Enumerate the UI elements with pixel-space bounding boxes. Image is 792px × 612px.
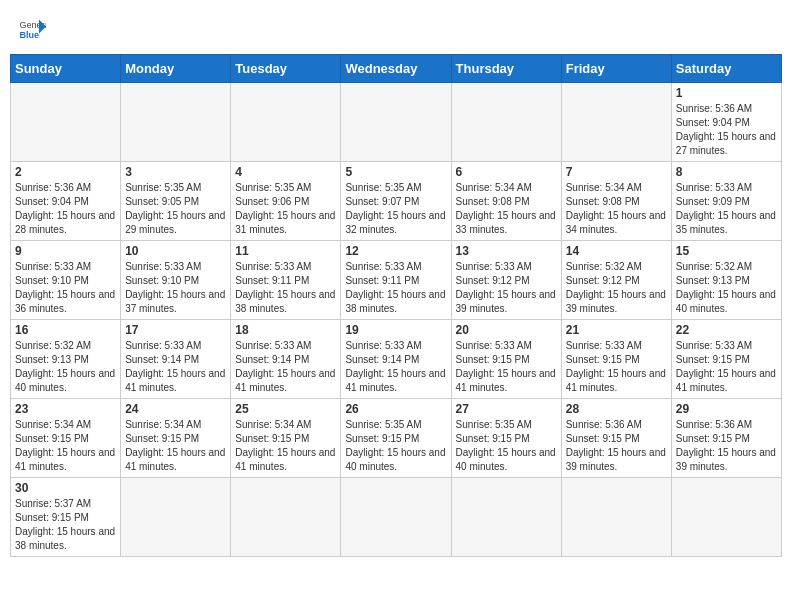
calendar-cell: 29Sunrise: 5:36 AM Sunset: 9:15 PM Dayli… xyxy=(671,399,781,478)
day-info: Sunrise: 5:34 AM Sunset: 9:08 PM Dayligh… xyxy=(456,181,557,237)
day-number: 12 xyxy=(345,244,446,258)
calendar-cell: 17Sunrise: 5:33 AM Sunset: 9:14 PM Dayli… xyxy=(121,320,231,399)
calendar-cell: 1Sunrise: 5:36 AM Sunset: 9:04 PM Daylig… xyxy=(671,83,781,162)
day-info: Sunrise: 5:36 AM Sunset: 9:15 PM Dayligh… xyxy=(676,418,777,474)
day-info: Sunrise: 5:33 AM Sunset: 9:15 PM Dayligh… xyxy=(456,339,557,395)
day-number: 24 xyxy=(125,402,226,416)
day-number: 18 xyxy=(235,323,336,337)
day-number: 14 xyxy=(566,244,667,258)
calendar-cell xyxy=(561,478,671,557)
day-number: 26 xyxy=(345,402,446,416)
day-number: 1 xyxy=(676,86,777,100)
day-info: Sunrise: 5:33 AM Sunset: 9:11 PM Dayligh… xyxy=(235,260,336,316)
calendar-table: SundayMondayTuesdayWednesdayThursdayFrid… xyxy=(10,54,782,557)
calendar-cell: 18Sunrise: 5:33 AM Sunset: 9:14 PM Dayli… xyxy=(231,320,341,399)
day-info: Sunrise: 5:34 AM Sunset: 9:15 PM Dayligh… xyxy=(15,418,116,474)
calendar-cell: 16Sunrise: 5:32 AM Sunset: 9:13 PM Dayli… xyxy=(11,320,121,399)
day-info: Sunrise: 5:34 AM Sunset: 9:15 PM Dayligh… xyxy=(235,418,336,474)
day-number: 8 xyxy=(676,165,777,179)
day-number: 29 xyxy=(676,402,777,416)
calendar-cell xyxy=(231,83,341,162)
day-info: Sunrise: 5:33 AM Sunset: 9:15 PM Dayligh… xyxy=(676,339,777,395)
col-header-thursday: Thursday xyxy=(451,55,561,83)
day-number: 6 xyxy=(456,165,557,179)
day-info: Sunrise: 5:32 AM Sunset: 9:13 PM Dayligh… xyxy=(15,339,116,395)
day-number: 20 xyxy=(456,323,557,337)
day-number: 30 xyxy=(15,481,116,495)
calendar-cell: 21Sunrise: 5:33 AM Sunset: 9:15 PM Dayli… xyxy=(561,320,671,399)
calendar-cell: 19Sunrise: 5:33 AM Sunset: 9:14 PM Dayli… xyxy=(341,320,451,399)
calendar-cell xyxy=(341,478,451,557)
day-number: 4 xyxy=(235,165,336,179)
day-number: 2 xyxy=(15,165,116,179)
logo: General Blue xyxy=(18,14,46,42)
calendar-cell: 13Sunrise: 5:33 AM Sunset: 9:12 PM Dayli… xyxy=(451,241,561,320)
calendar-cell: 2Sunrise: 5:36 AM Sunset: 9:04 PM Daylig… xyxy=(11,162,121,241)
calendar-cell: 25Sunrise: 5:34 AM Sunset: 9:15 PM Dayli… xyxy=(231,399,341,478)
calendar-cell xyxy=(11,83,121,162)
col-header-monday: Monday xyxy=(121,55,231,83)
calendar-cell: 30Sunrise: 5:37 AM Sunset: 9:15 PM Dayli… xyxy=(11,478,121,557)
calendar-cell: 15Sunrise: 5:32 AM Sunset: 9:13 PM Dayli… xyxy=(671,241,781,320)
page-header: General Blue xyxy=(10,10,782,46)
col-header-sunday: Sunday xyxy=(11,55,121,83)
calendar-cell: 7Sunrise: 5:34 AM Sunset: 9:08 PM Daylig… xyxy=(561,162,671,241)
day-number: 13 xyxy=(456,244,557,258)
day-number: 9 xyxy=(15,244,116,258)
day-number: 21 xyxy=(566,323,667,337)
day-number: 5 xyxy=(345,165,446,179)
calendar-cell xyxy=(341,83,451,162)
day-info: Sunrise: 5:35 AM Sunset: 9:15 PM Dayligh… xyxy=(456,418,557,474)
logo-icon: General Blue xyxy=(18,14,46,42)
calendar-cell: 28Sunrise: 5:36 AM Sunset: 9:15 PM Dayli… xyxy=(561,399,671,478)
day-info: Sunrise: 5:33 AM Sunset: 9:09 PM Dayligh… xyxy=(676,181,777,237)
day-info: Sunrise: 5:33 AM Sunset: 9:15 PM Dayligh… xyxy=(566,339,667,395)
calendar-cell xyxy=(671,478,781,557)
col-header-saturday: Saturday xyxy=(671,55,781,83)
calendar-cell: 4Sunrise: 5:35 AM Sunset: 9:06 PM Daylig… xyxy=(231,162,341,241)
day-info: Sunrise: 5:37 AM Sunset: 9:15 PM Dayligh… xyxy=(15,497,116,553)
calendar-week-2: 9Sunrise: 5:33 AM Sunset: 9:10 PM Daylig… xyxy=(11,241,782,320)
day-info: Sunrise: 5:35 AM Sunset: 9:06 PM Dayligh… xyxy=(235,181,336,237)
calendar-cell xyxy=(451,83,561,162)
day-number: 15 xyxy=(676,244,777,258)
day-info: Sunrise: 5:35 AM Sunset: 9:05 PM Dayligh… xyxy=(125,181,226,237)
calendar-cell xyxy=(451,478,561,557)
calendar-cell: 9Sunrise: 5:33 AM Sunset: 9:10 PM Daylig… xyxy=(11,241,121,320)
col-header-tuesday: Tuesday xyxy=(231,55,341,83)
day-info: Sunrise: 5:36 AM Sunset: 9:04 PM Dayligh… xyxy=(676,102,777,158)
day-info: Sunrise: 5:33 AM Sunset: 9:10 PM Dayligh… xyxy=(125,260,226,316)
col-header-friday: Friday xyxy=(561,55,671,83)
day-info: Sunrise: 5:32 AM Sunset: 9:13 PM Dayligh… xyxy=(676,260,777,316)
calendar-week-1: 2Sunrise: 5:36 AM Sunset: 9:04 PM Daylig… xyxy=(11,162,782,241)
day-info: Sunrise: 5:34 AM Sunset: 9:08 PM Dayligh… xyxy=(566,181,667,237)
day-info: Sunrise: 5:35 AM Sunset: 9:07 PM Dayligh… xyxy=(345,181,446,237)
day-number: 7 xyxy=(566,165,667,179)
calendar-cell: 23Sunrise: 5:34 AM Sunset: 9:15 PM Dayli… xyxy=(11,399,121,478)
calendar-cell: 6Sunrise: 5:34 AM Sunset: 9:08 PM Daylig… xyxy=(451,162,561,241)
day-number: 27 xyxy=(456,402,557,416)
calendar-cell: 26Sunrise: 5:35 AM Sunset: 9:15 PM Dayli… xyxy=(341,399,451,478)
day-number: 25 xyxy=(235,402,336,416)
day-info: Sunrise: 5:36 AM Sunset: 9:15 PM Dayligh… xyxy=(566,418,667,474)
calendar-week-4: 23Sunrise: 5:34 AM Sunset: 9:15 PM Dayli… xyxy=(11,399,782,478)
day-info: Sunrise: 5:33 AM Sunset: 9:14 PM Dayligh… xyxy=(125,339,226,395)
calendar-cell: 3Sunrise: 5:35 AM Sunset: 9:05 PM Daylig… xyxy=(121,162,231,241)
day-number: 22 xyxy=(676,323,777,337)
calendar-cell xyxy=(121,478,231,557)
calendar-cell: 12Sunrise: 5:33 AM Sunset: 9:11 PM Dayli… xyxy=(341,241,451,320)
day-number: 17 xyxy=(125,323,226,337)
calendar-cell: 14Sunrise: 5:32 AM Sunset: 9:12 PM Dayli… xyxy=(561,241,671,320)
calendar-cell xyxy=(561,83,671,162)
calendar-header-row: SundayMondayTuesdayWednesdayThursdayFrid… xyxy=(11,55,782,83)
day-number: 23 xyxy=(15,402,116,416)
calendar-cell: 11Sunrise: 5:33 AM Sunset: 9:11 PM Dayli… xyxy=(231,241,341,320)
day-info: Sunrise: 5:33 AM Sunset: 9:10 PM Dayligh… xyxy=(15,260,116,316)
day-number: 19 xyxy=(345,323,446,337)
day-info: Sunrise: 5:35 AM Sunset: 9:15 PM Dayligh… xyxy=(345,418,446,474)
day-number: 11 xyxy=(235,244,336,258)
day-number: 28 xyxy=(566,402,667,416)
day-number: 16 xyxy=(15,323,116,337)
day-info: Sunrise: 5:33 AM Sunset: 9:14 PM Dayligh… xyxy=(235,339,336,395)
svg-text:Blue: Blue xyxy=(19,30,39,40)
